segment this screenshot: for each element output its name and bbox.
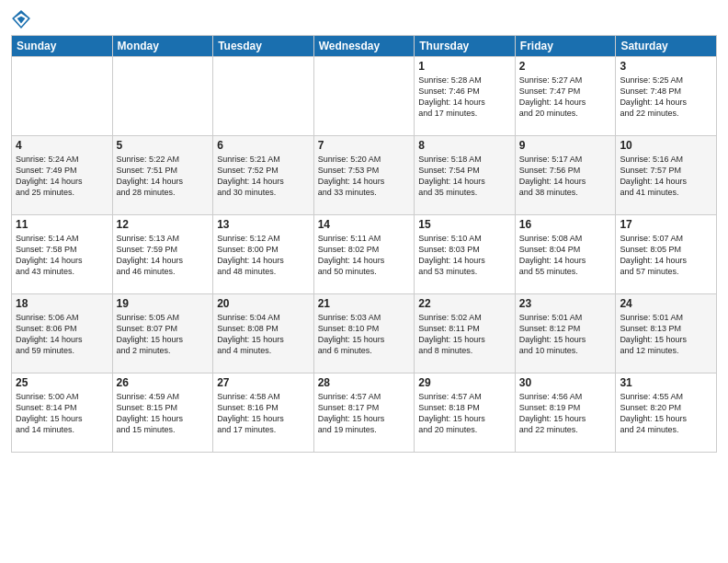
day-number: 26 xyxy=(117,376,210,389)
weekday-header-monday: Monday xyxy=(112,36,213,57)
calendar-cell: 3Sunrise: 5:25 AM Sunset: 7:48 PM Daylig… xyxy=(616,57,717,136)
calendar-cell xyxy=(213,57,314,136)
day-number: 18 xyxy=(16,297,108,310)
calendar-cell: 6Sunrise: 5:21 AM Sunset: 7:52 PM Daylig… xyxy=(213,136,314,215)
weekday-header-sunday: Sunday xyxy=(12,36,113,57)
calendar-cell xyxy=(112,57,213,136)
weekday-header-wednesday: Wednesday xyxy=(313,36,415,57)
day-number: 9 xyxy=(519,139,612,152)
calendar-cell: 29Sunrise: 4:57 AM Sunset: 8:18 PM Dayli… xyxy=(415,373,516,453)
weekday-header-friday: Friday xyxy=(515,36,616,57)
day-number: 3 xyxy=(620,60,712,73)
calendar-cell: 9Sunrise: 5:17 AM Sunset: 7:56 PM Daylig… xyxy=(515,136,616,215)
calendar-cell xyxy=(12,57,113,136)
day-info: Sunrise: 5:13 AM Sunset: 7:59 PM Dayligh… xyxy=(117,233,210,278)
day-info: Sunrise: 5:07 AM Sunset: 8:05 PM Dayligh… xyxy=(620,233,712,278)
day-info: Sunrise: 5:01 AM Sunset: 8:13 PM Dayligh… xyxy=(620,312,712,357)
day-number: 17 xyxy=(620,218,712,231)
day-number: 12 xyxy=(117,218,210,231)
day-info: Sunrise: 4:57 AM Sunset: 8:18 PM Dayligh… xyxy=(418,391,511,436)
calendar-cell: 28Sunrise: 4:57 AM Sunset: 8:17 PM Dayli… xyxy=(313,373,415,453)
day-info: Sunrise: 5:04 AM Sunset: 8:08 PM Dayligh… xyxy=(217,312,310,357)
calendar-cell: 17Sunrise: 5:07 AM Sunset: 8:05 PM Dayli… xyxy=(616,215,717,294)
calendar-cell: 18Sunrise: 5:06 AM Sunset: 8:06 PM Dayli… xyxy=(12,294,113,373)
day-number: 14 xyxy=(318,218,411,231)
day-info: Sunrise: 4:59 AM Sunset: 8:15 PM Dayligh… xyxy=(117,391,210,436)
day-number: 25 xyxy=(16,376,108,389)
day-number: 30 xyxy=(519,376,612,389)
day-number: 5 xyxy=(117,139,210,152)
day-number: 23 xyxy=(519,297,612,310)
calendar-cell: 11Sunrise: 5:14 AM Sunset: 7:58 PM Dayli… xyxy=(12,215,113,294)
day-info: Sunrise: 4:55 AM Sunset: 8:20 PM Dayligh… xyxy=(620,391,712,436)
day-info: Sunrise: 5:21 AM Sunset: 7:52 PM Dayligh… xyxy=(217,154,310,199)
day-info: Sunrise: 5:11 AM Sunset: 8:02 PM Dayligh… xyxy=(318,233,411,278)
logo xyxy=(11,9,33,29)
calendar-cell: 19Sunrise: 5:05 AM Sunset: 8:07 PM Dayli… xyxy=(112,294,213,373)
day-info: Sunrise: 4:56 AM Sunset: 8:19 PM Dayligh… xyxy=(519,391,612,436)
day-info: Sunrise: 5:00 AM Sunset: 8:14 PM Dayligh… xyxy=(16,391,108,436)
calendar-cell: 24Sunrise: 5:01 AM Sunset: 8:13 PM Dayli… xyxy=(616,294,717,373)
day-info: Sunrise: 5:17 AM Sunset: 7:56 PM Dayligh… xyxy=(519,154,612,199)
calendar-week-4: 18Sunrise: 5:06 AM Sunset: 8:06 PM Dayli… xyxy=(12,294,717,373)
calendar-cell: 26Sunrise: 4:59 AM Sunset: 8:15 PM Dayli… xyxy=(112,373,213,453)
day-info: Sunrise: 5:24 AM Sunset: 7:49 PM Dayligh… xyxy=(16,154,108,199)
calendar-cell: 22Sunrise: 5:02 AM Sunset: 8:11 PM Dayli… xyxy=(415,294,516,373)
weekday-header-tuesday: Tuesday xyxy=(213,36,314,57)
calendar-cell: 5Sunrise: 5:22 AM Sunset: 7:51 PM Daylig… xyxy=(112,136,213,215)
day-number: 7 xyxy=(318,139,411,152)
day-info: Sunrise: 5:02 AM Sunset: 8:11 PM Dayligh… xyxy=(418,312,511,357)
day-info: Sunrise: 5:06 AM Sunset: 8:06 PM Dayligh… xyxy=(16,312,108,357)
day-info: Sunrise: 5:12 AM Sunset: 8:00 PM Dayligh… xyxy=(217,233,310,278)
calendar-cell: 16Sunrise: 5:08 AM Sunset: 8:04 PM Dayli… xyxy=(515,215,616,294)
day-info: Sunrise: 5:27 AM Sunset: 7:47 PM Dayligh… xyxy=(519,75,612,120)
day-info: Sunrise: 5:16 AM Sunset: 7:57 PM Dayligh… xyxy=(620,154,712,199)
day-number: 8 xyxy=(418,139,511,152)
day-number: 24 xyxy=(620,297,712,310)
calendar-cell: 13Sunrise: 5:12 AM Sunset: 8:00 PM Dayli… xyxy=(213,215,314,294)
day-number: 11 xyxy=(16,218,108,231)
day-number: 4 xyxy=(16,139,108,152)
logo-icon xyxy=(11,9,31,29)
calendar-cell: 20Sunrise: 5:04 AM Sunset: 8:08 PM Dayli… xyxy=(213,294,314,373)
day-number: 15 xyxy=(418,218,511,231)
day-number: 2 xyxy=(519,60,612,73)
weekday-header-saturday: Saturday xyxy=(616,36,717,57)
day-info: Sunrise: 5:03 AM Sunset: 8:10 PM Dayligh… xyxy=(318,312,411,357)
calendar-cell: 8Sunrise: 5:18 AM Sunset: 7:54 PM Daylig… xyxy=(415,136,516,215)
day-number: 29 xyxy=(418,376,511,389)
day-number: 1 xyxy=(418,60,511,73)
calendar-cell: 1Sunrise: 5:28 AM Sunset: 7:46 PM Daylig… xyxy=(415,57,516,136)
day-info: Sunrise: 5:22 AM Sunset: 7:51 PM Dayligh… xyxy=(117,154,210,199)
day-number: 19 xyxy=(117,297,210,310)
calendar-cell: 2Sunrise: 5:27 AM Sunset: 7:47 PM Daylig… xyxy=(515,57,616,136)
calendar-cell: 25Sunrise: 5:00 AM Sunset: 8:14 PM Dayli… xyxy=(12,373,113,453)
weekday-header-thursday: Thursday xyxy=(415,36,516,57)
calendar-cell: 27Sunrise: 4:58 AM Sunset: 8:16 PM Dayli… xyxy=(213,373,314,453)
day-number: 10 xyxy=(620,139,712,152)
day-info: Sunrise: 5:20 AM Sunset: 7:53 PM Dayligh… xyxy=(318,154,411,199)
calendar-table: SundayMondayTuesdayWednesdayThursdayFrid… xyxy=(11,35,717,453)
calendar-week-5: 25Sunrise: 5:00 AM Sunset: 8:14 PM Dayli… xyxy=(12,373,717,453)
calendar-cell: 30Sunrise: 4:56 AM Sunset: 8:19 PM Dayli… xyxy=(515,373,616,453)
calendar-week-2: 4Sunrise: 5:24 AM Sunset: 7:49 PM Daylig… xyxy=(12,136,717,215)
calendar-cell: 12Sunrise: 5:13 AM Sunset: 7:59 PM Dayli… xyxy=(112,215,213,294)
day-number: 22 xyxy=(418,297,511,310)
day-number: 6 xyxy=(217,139,310,152)
day-number: 31 xyxy=(620,376,712,389)
day-info: Sunrise: 5:25 AM Sunset: 7:48 PM Dayligh… xyxy=(620,75,712,120)
day-info: Sunrise: 4:57 AM Sunset: 8:17 PM Dayligh… xyxy=(318,391,411,436)
day-info: Sunrise: 5:28 AM Sunset: 7:46 PM Dayligh… xyxy=(418,75,511,120)
page-header xyxy=(11,9,717,29)
calendar-cell: 15Sunrise: 5:10 AM Sunset: 8:03 PM Dayli… xyxy=(415,215,516,294)
day-number: 13 xyxy=(217,218,310,231)
calendar-header: SundayMondayTuesdayWednesdayThursdayFrid… xyxy=(12,36,717,57)
day-info: Sunrise: 5:18 AM Sunset: 7:54 PM Dayligh… xyxy=(418,154,511,199)
calendar-cell: 7Sunrise: 5:20 AM Sunset: 7:53 PM Daylig… xyxy=(313,136,415,215)
day-number: 21 xyxy=(318,297,411,310)
day-info: Sunrise: 5:10 AM Sunset: 8:03 PM Dayligh… xyxy=(418,233,511,278)
calendar-week-3: 11Sunrise: 5:14 AM Sunset: 7:58 PM Dayli… xyxy=(12,215,717,294)
calendar-cell: 21Sunrise: 5:03 AM Sunset: 8:10 PM Dayli… xyxy=(313,294,415,373)
calendar-cell: 14Sunrise: 5:11 AM Sunset: 8:02 PM Dayli… xyxy=(313,215,415,294)
calendar-body: 1Sunrise: 5:28 AM Sunset: 7:46 PM Daylig… xyxy=(12,57,717,453)
